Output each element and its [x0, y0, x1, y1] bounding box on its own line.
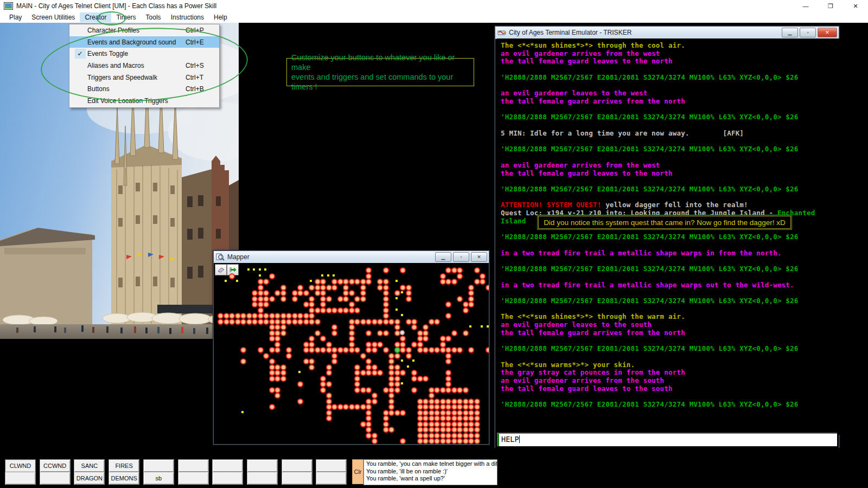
mapper-close-button[interactable]: ✕ [471, 252, 487, 262]
terminal-close-button[interactable]: ✕ [818, 28, 837, 37]
macro-button-ccwnd[interactable]: CCWND [40, 459, 71, 472]
terminal-line: an evil gardener leaves to the south [501, 320, 841, 329]
mapper-minimize-button[interactable]: ▁ [435, 252, 451, 262]
terminal-line: The <*<*sun shines*>*> through the cool … [501, 41, 841, 49]
room-dot [280, 324, 286, 330]
room-dot [258, 307, 264, 313]
room-dot [445, 370, 451, 376]
room-dot [218, 313, 224, 319]
macro-button-empty[interactable] [247, 472, 278, 485]
macro-button-fires[interactable]: FIRES [108, 459, 139, 472]
room-dot [320, 290, 326, 296]
room-dot [388, 410, 394, 416]
terminal-title-bar[interactable]: City of Ages Terminal Emulator - TRISKER… [495, 27, 839, 39]
room-dot [354, 319, 360, 325]
macro-button-empty[interactable] [5, 472, 36, 485]
mapper-title-bar[interactable]: Mapper ▁ ▫ ✕ [214, 251, 489, 264]
room-dot [326, 415, 332, 421]
room-dot [445, 301, 451, 307]
room-dot [309, 319, 315, 325]
terminal-line: ATTENTION! SYSTEM QUEST! yellow dagger f… [501, 201, 841, 209]
terminal-line: an evil gardener leaves to the west [501, 89, 841, 97]
room-dot [275, 324, 280, 330]
room-dot [309, 347, 315, 353]
room-dot [440, 347, 446, 353]
terminal-minimize-button[interactable]: ▁ [782, 28, 798, 37]
minimize-button[interactable]: — [793, 0, 818, 12]
room-dot [349, 319, 355, 325]
room-dot [258, 313, 264, 319]
room-dot [457, 410, 463, 416]
room-dot [349, 347, 355, 353]
clear-button[interactable]: Clr [352, 459, 363, 484]
room-dot [320, 301, 326, 307]
macro-button-sanc[interactable]: SANC [74, 459, 105, 472]
command-input[interactable]: HELP [501, 435, 520, 444]
room-dot [252, 296, 258, 302]
macro-button-dragon[interactable]: DRAGON [74, 472, 105, 485]
room-dot [457, 433, 463, 439]
room-dot [366, 342, 372, 348]
room-dot [354, 370, 360, 376]
menu-tools[interactable]: Tools [141, 12, 166, 22]
macro-button-empty[interactable] [178, 472, 209, 485]
restore-button[interactable]: ❐ [818, 0, 843, 12]
room-dot [445, 387, 451, 393]
room-dot [445, 279, 451, 285]
room-dot [326, 399, 332, 404]
menu-play[interactable]: Play [4, 12, 27, 22]
eraser-icon[interactable] [215, 264, 227, 275]
terminal-line [501, 81, 841, 89]
macro-button-empty[interactable] [212, 459, 243, 472]
macro-button-empty[interactable] [40, 472, 71, 485]
menu-instructions[interactable]: Instructions [166, 12, 209, 22]
macro-button-empty[interactable] [282, 459, 312, 472]
room-dot [388, 358, 394, 364]
room-dot [258, 290, 264, 296]
macro-button-sb[interactable]: sb [143, 472, 174, 485]
room-dot [269, 347, 275, 353]
ramble-line: You ramble, 'you can make telnet bigger … [366, 460, 495, 468]
mapper-maximize-button[interactable]: ▫ [453, 252, 469, 262]
macro-button-demons[interactable]: DEMONS [108, 472, 139, 485]
room-dot [474, 415, 480, 421]
room-dot [451, 433, 457, 439]
room-dot [463, 387, 469, 393]
close-button[interactable]: ✕ [843, 0, 868, 12]
room-dot [360, 421, 366, 427]
terminal-maximize-button[interactable]: ▫ [800, 28, 816, 37]
room-dot [309, 358, 315, 364]
room-dot [275, 393, 280, 399]
terminal-line [501, 65, 841, 73]
room-dot [366, 415, 372, 421]
room-dot [286, 353, 292, 359]
macro-button-empty[interactable] [178, 459, 209, 472]
map-canvas[interactable] [214, 263, 489, 444]
ramble-line: You ramble, 'ill be on ramble :)' [366, 468, 495, 476]
macro-button-empty[interactable] [316, 472, 347, 485]
room-dot [263, 296, 269, 302]
menu-screen-utilities[interactable]: Screen Utilities [27, 12, 80, 22]
menu-help[interactable]: Help [209, 12, 232, 22]
room-dot [394, 353, 400, 359]
room-dot [457, 387, 463, 393]
room-dot [280, 376, 286, 382]
terminal-line [501, 121, 841, 129]
room-dot [292, 319, 298, 325]
terminal-line [501, 352, 841, 361]
room-dot [400, 410, 406, 416]
terminal-output[interactable]: The <*<*sun shines*>*> through the cool … [497, 38, 841, 435]
terminal-app-icon [497, 29, 506, 36]
macro-button-empty[interactable] [212, 472, 243, 485]
room-dot [326, 381, 332, 387]
macro-button-empty[interactable] [143, 459, 174, 472]
room-dot [309, 313, 315, 319]
terminal-line: the tall female guard leaves to the nort… [501, 169, 841, 177]
room-dot [440, 336, 446, 342]
room-dot [377, 279, 383, 285]
terminal-line: 'H2888/2888 M2567/2567 E2081/2081 S3274/… [501, 344, 841, 352]
macro-button-empty[interactable] [282, 472, 312, 485]
macro-button-empty[interactable] [247, 459, 278, 472]
macro-button-empty[interactable] [316, 459, 347, 472]
macro-button-clwnd[interactable]: CLWND [5, 459, 36, 472]
